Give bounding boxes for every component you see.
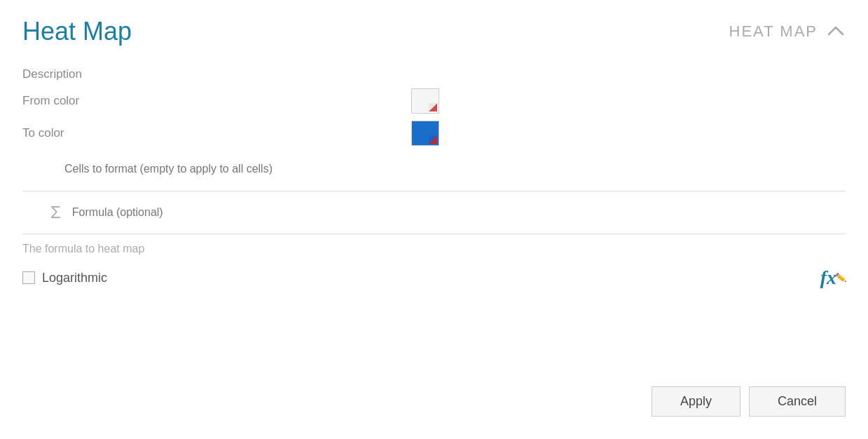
description-row: Description bbox=[22, 67, 846, 81]
footer: Apply Cancel bbox=[652, 386, 846, 417]
header: Heat Map HEAT MAP bbox=[22, 17, 846, 46]
to-color-label: To color bbox=[22, 126, 163, 140]
pencil-icon: ✏️ bbox=[832, 271, 847, 285]
logarithmic-label: Logarithmic bbox=[42, 271, 107, 285]
page-title: Heat Map bbox=[22, 17, 132, 46]
main-container: Heat Map HEAT MAP Description From color bbox=[0, 0, 868, 439]
cells-row bbox=[22, 153, 846, 185]
header-right: HEAT MAP bbox=[729, 22, 846, 41]
sigma-icon: Σ bbox=[50, 203, 61, 222]
form-section: Description From color To color bbox=[22, 67, 846, 289]
from-color-row: From color bbox=[22, 88, 846, 114]
cells-input[interactable] bbox=[22, 158, 846, 180]
from-color-label: From color bbox=[22, 94, 163, 108]
fx-button[interactable]: fx✏️ bbox=[820, 266, 846, 289]
formula-input[interactable] bbox=[72, 206, 846, 219]
fx-text: f bbox=[820, 266, 827, 289]
to-color-row: To color bbox=[22, 121, 846, 146]
divider-2 bbox=[22, 234, 846, 234]
apply-button[interactable]: Apply bbox=[652, 386, 740, 417]
formula-hint: The formula to heat map bbox=[22, 240, 846, 258]
from-color-picker[interactable] bbox=[411, 88, 439, 114]
formula-row: Σ bbox=[22, 197, 846, 228]
logarithmic-left: Logarithmic bbox=[22, 271, 107, 285]
description-label: Description bbox=[22, 67, 163, 81]
logarithmic-checkbox[interactable] bbox=[22, 271, 35, 284]
to-color-picker[interactable] bbox=[411, 121, 439, 146]
header-label: HEAT MAP bbox=[729, 22, 818, 41]
logarithmic-row: Logarithmic fx✏️ bbox=[22, 266, 846, 289]
divider-1 bbox=[22, 191, 846, 191]
collapse-button[interactable] bbox=[826, 22, 846, 41]
cancel-button[interactable]: Cancel bbox=[749, 386, 846, 417]
